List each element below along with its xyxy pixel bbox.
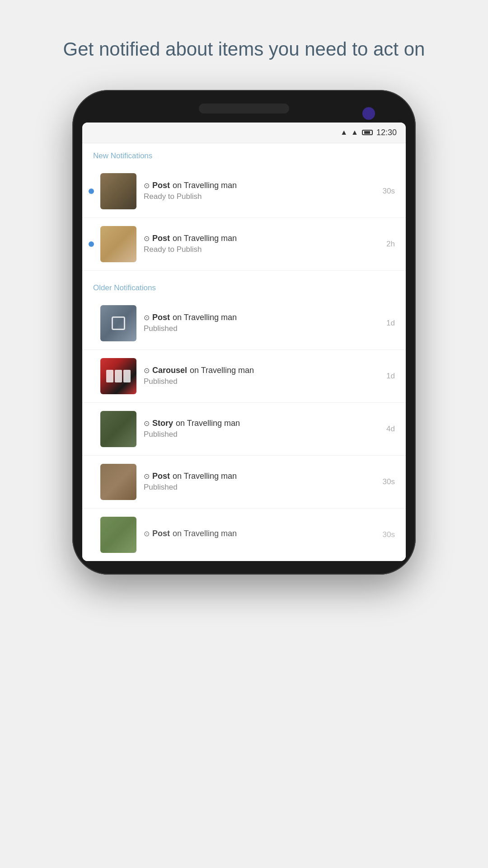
notification-time: 1d xyxy=(386,319,395,328)
notification-content: ⊙ Post on Travelling man Published xyxy=(136,472,383,492)
content-suffix: on Travelling man xyxy=(176,419,240,428)
notification-thumbnail xyxy=(100,305,136,341)
content-type: Carousel xyxy=(152,366,187,375)
new-indicator-dot xyxy=(89,241,94,247)
content-type: Post xyxy=(152,313,170,322)
content-suffix: on Travelling man xyxy=(190,366,254,375)
notification-status: Ready to Publish xyxy=(144,192,375,201)
battery-icon xyxy=(362,130,373,135)
instagram-icon: ⊙ xyxy=(144,472,150,481)
phone-speaker xyxy=(199,104,289,113)
signal-icon: ▲ xyxy=(351,128,358,137)
notification-status: Ready to Publish xyxy=(144,245,379,254)
instagram-icon: ⊙ xyxy=(144,419,150,428)
notification-item[interactable]: ⊙ Post on Travelling man Ready to Publis… xyxy=(82,218,406,271)
instagram-icon: ⊙ xyxy=(144,529,150,538)
instagram-icon: ⊙ xyxy=(144,366,150,375)
notification-thumbnail xyxy=(100,464,136,500)
notification-content: ⊙ Post on Travelling man Ready to Publis… xyxy=(136,234,386,254)
notification-item[interactable]: ⊙ Post on Travelling man Published 1d xyxy=(82,297,406,350)
notification-status: Published xyxy=(144,377,379,386)
page-title: Get notified about items you need to act… xyxy=(9,0,479,90)
status-icons: ▲ ▲ 12:30 xyxy=(340,128,397,137)
content-type: Post xyxy=(152,181,170,190)
new-notifications-header: New Notifications xyxy=(82,143,406,165)
content-suffix: on Travelling man xyxy=(173,472,237,481)
notification-item[interactable]: ⊙ Post on Travelling man Published 30s xyxy=(82,456,406,509)
notification-content: ⊙ Post on Travelling man xyxy=(136,529,383,540)
status-bar: ▲ ▲ 12:30 xyxy=(82,123,406,143)
notification-content: ⊙ Post on Travelling man Ready to Publis… xyxy=(136,181,383,201)
notification-content: ⊙ Story on Travelling man Published xyxy=(136,419,386,439)
notification-thumbnail xyxy=(100,517,136,553)
notification-time: 30s xyxy=(383,477,395,486)
notification-content: ⊙ Carousel on Travelling man Published xyxy=(136,366,386,386)
phone-frame: ▲ ▲ 12:30 New Notifications ⊙ Post xyxy=(72,90,416,575)
notification-title: ⊙ Story on Travelling man xyxy=(144,419,379,428)
notification-item[interactable]: ⊙ Carousel on Travelling man Published 1… xyxy=(82,350,406,403)
new-indicator-dot xyxy=(89,189,94,194)
older-notifications-header: Older Notifications xyxy=(82,275,406,297)
notification-status: Published xyxy=(144,430,379,439)
notification-time: 30s xyxy=(383,530,395,539)
content-type: Story xyxy=(152,419,173,428)
notification-time: 30s xyxy=(383,187,395,196)
content-type: Post xyxy=(152,472,170,481)
notification-title: ⊙ Post on Travelling man xyxy=(144,234,379,243)
content-suffix: on Travelling man xyxy=(173,234,237,243)
wifi-icon: ▲ xyxy=(340,128,347,137)
notification-time: 1d xyxy=(386,372,395,381)
notification-time: 4d xyxy=(386,425,395,434)
notification-status: Published xyxy=(144,483,375,492)
instagram-icon: ⊙ xyxy=(144,234,150,243)
notification-item[interactable]: ⊙ Post on Travelling man 30s xyxy=(82,509,406,561)
content-suffix: on Travelling man xyxy=(173,181,237,190)
phone-screen: ▲ ▲ 12:30 New Notifications ⊙ Post xyxy=(82,123,406,561)
notification-content: ⊙ Post on Travelling man Published xyxy=(136,313,386,333)
notification-title: ⊙ Post on Travelling man xyxy=(144,472,375,481)
notification-title: ⊙ Post on Travelling man xyxy=(144,181,375,190)
notification-thumbnail xyxy=(100,411,136,447)
notification-item[interactable]: ⊙ Post on Travelling man Ready to Publis… xyxy=(82,165,406,218)
notifications-container: New Notifications ⊙ Post on Travelling m… xyxy=(82,143,406,561)
content-type: Post xyxy=(152,234,170,243)
status-time: 12:30 xyxy=(376,128,397,137)
notification-item[interactable]: ⊙ Story on Travelling man Published 4d xyxy=(82,403,406,456)
content-suffix: on Travelling man xyxy=(173,313,237,322)
notification-thumbnail xyxy=(100,358,136,394)
notification-thumbnail xyxy=(100,173,136,209)
instagram-icon: ⊙ xyxy=(144,313,150,322)
notification-status: Published xyxy=(144,324,379,333)
notification-time: 2h xyxy=(386,240,395,249)
notification-title: ⊙ Post on Travelling man xyxy=(144,529,375,538)
notification-title: ⊙ Carousel on Travelling man xyxy=(144,366,379,375)
notification-title: ⊙ Post on Travelling man xyxy=(144,313,379,322)
phone-camera xyxy=(362,107,375,120)
notification-thumbnail xyxy=(100,226,136,262)
instagram-icon: ⊙ xyxy=(144,181,150,190)
content-suffix: on Travelling man xyxy=(173,529,237,538)
content-type: Post xyxy=(152,529,170,538)
